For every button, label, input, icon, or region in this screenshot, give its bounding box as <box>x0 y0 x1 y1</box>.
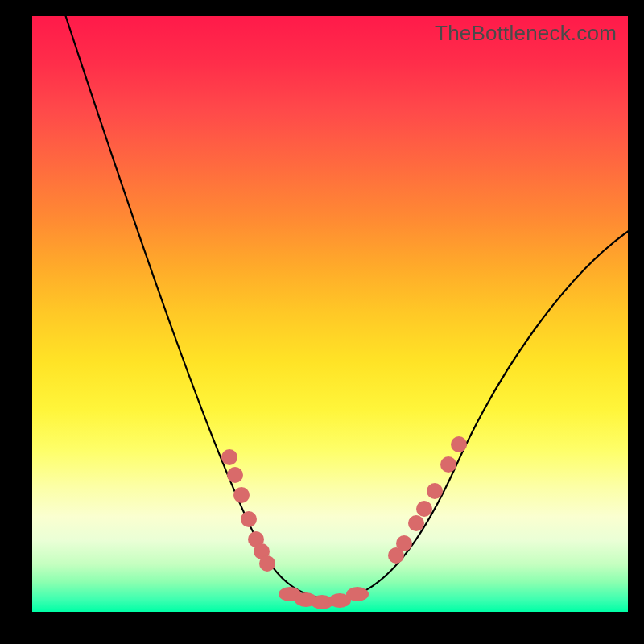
marker-dot <box>440 456 456 473</box>
marker-dot <box>451 436 467 452</box>
data-markers <box>221 436 467 609</box>
marker-dot <box>396 535 412 551</box>
chart-frame: TheBottleneck.com <box>32 16 628 612</box>
bottleneck-curve <box>60 0 634 599</box>
marker-dot <box>233 487 250 503</box>
curve-svg <box>32 16 628 612</box>
marker-dot <box>416 501 432 517</box>
marker-dot <box>227 467 243 483</box>
marker-dot <box>241 511 257 527</box>
marker-dot <box>346 587 369 601</box>
marker-dot <box>259 555 275 572</box>
marker-dot <box>221 449 237 465</box>
marker-dot <box>408 515 424 531</box>
marker-dot <box>427 483 443 499</box>
